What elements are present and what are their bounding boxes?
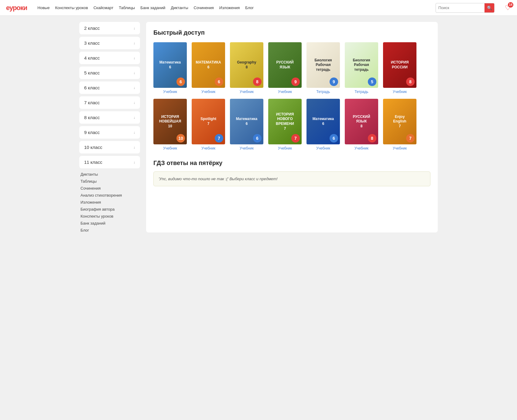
grade-label: 8 класс bbox=[84, 115, 100, 120]
sidebar-link-блог[interactable]: Блог bbox=[80, 228, 140, 232]
sidebar-grade-9-класс[interactable]: 9 класс↓ bbox=[79, 126, 140, 139]
gdz-message: 'Упс, видимо что-то пошло не так :(' Выб… bbox=[153, 171, 430, 186]
book-type-label-10: Учебник bbox=[278, 146, 292, 150]
nav-item-блог[interactable]: Блог bbox=[245, 5, 254, 10]
chevron-down-icon: ↓ bbox=[133, 41, 135, 45]
sidebar-grade-7-класс[interactable]: 7 класс↓ bbox=[79, 96, 140, 109]
book-item-5[interactable]: БиологияРабочаятетрадь5Тетрадь bbox=[345, 42, 378, 94]
chevron-down-icon: ↓ bbox=[133, 115, 135, 120]
book-number-badge-6: 8 bbox=[406, 77, 415, 86]
sidebar-link-биография-автора[interactable]: Биография автора bbox=[80, 207, 140, 212]
sidebar-grade-8-класс[interactable]: 8 класс↓ bbox=[79, 111, 140, 124]
nav-item-диктанты[interactable]: Диктанты bbox=[171, 5, 188, 10]
book-number-badge-7: 10 bbox=[176, 134, 185, 143]
book-type-label-13: Учебник bbox=[393, 146, 407, 150]
book-type-label-0: Учебник bbox=[163, 90, 177, 94]
book-cover-13: EnjoyEnglish77 bbox=[383, 99, 416, 144]
search-input[interactable] bbox=[436, 5, 484, 10]
book-item-10[interactable]: ИСТОРИЯНОВОГОВРЕМЕНИ77Учебник bbox=[268, 99, 302, 150]
page-layout: 2 класс↓3 класс↓4 класс↓5 класс↓6 класс↓… bbox=[76, 16, 441, 239]
book-cover-text-1: МАТЕМАТИКА6 bbox=[193, 58, 223, 72]
book-item-7[interactable]: ИСТОРИЯНОВЕЙШАЯ1010Учебник bbox=[153, 99, 187, 150]
book-item-1[interactable]: МАТЕМАТИКА66Учебник bbox=[192, 42, 225, 94]
sidebar-link-сочинения[interactable]: Сочинения bbox=[80, 186, 140, 191]
book-type-label-4: Тетрадь bbox=[316, 90, 330, 94]
header: еуроки НовыеКонспекты уроковСкайсмартТаб… bbox=[0, 0, 517, 16]
nav-item-изложения[interactable]: Изложения bbox=[219, 5, 240, 10]
sidebar-link-диктанты[interactable]: Диктанты bbox=[80, 172, 140, 177]
book-item-2[interactable]: Geography88Учебник bbox=[230, 42, 263, 94]
sidebar-link-таблицы[interactable]: Таблицы bbox=[80, 179, 140, 184]
grade-label: 9 класс bbox=[84, 130, 100, 135]
nav-item-скайсмарт[interactable]: Скайсмарт bbox=[94, 5, 113, 10]
books-grid: Математика66УчебникМАТЕМАТИКА66УчебникGe… bbox=[153, 42, 430, 150]
book-cover-1: МАТЕМАТИКА66 bbox=[192, 42, 225, 88]
book-number-badge-9: 6 bbox=[253, 134, 262, 143]
nav-item-таблицы[interactable]: Таблицы bbox=[119, 5, 135, 10]
grade-label: 6 класс bbox=[84, 85, 100, 90]
book-cover-text-10: ИСТОРИЯНОВОГОВРЕМЕНИ7 bbox=[273, 110, 296, 133]
sidebar-grade-3-класс[interactable]: 3 класс↓ bbox=[79, 37, 140, 49]
book-cover-9: Математика66 bbox=[230, 99, 263, 144]
sidebar-grade-5-класс[interactable]: 5 класс↓ bbox=[79, 67, 140, 79]
book-cover-text-9: Математика6 bbox=[234, 114, 260, 129]
nav-item-конспекты-уроков[interactable]: Конспекты уроков bbox=[55, 5, 88, 10]
sidebar-grade-11-класс[interactable]: 11 класс↓ bbox=[79, 156, 140, 168]
book-type-label-1: Учебник bbox=[201, 90, 215, 94]
book-number-badge-5: 5 bbox=[368, 77, 376, 86]
search-box: 🔍 bbox=[436, 3, 495, 13]
book-number-badge-0: 6 bbox=[176, 77, 185, 86]
book-type-label-9: Учебник bbox=[240, 146, 254, 150]
nav-item-сочинения[interactable]: Сочинения bbox=[194, 5, 214, 10]
book-item-8[interactable]: Spotlight77Учебник bbox=[192, 99, 225, 150]
book-cover-text-6: ИСТОРИЯРОССИИ bbox=[389, 58, 411, 72]
book-cover-text-8: Spotlight7 bbox=[198, 114, 219, 129]
book-item-12[interactable]: РУССКИЙЯЗЫК88Учебник bbox=[345, 99, 378, 150]
book-cover-text-5: БиологияРабочаятетрадь bbox=[350, 56, 372, 75]
book-item-0[interactable]: Математика66Учебник bbox=[153, 42, 187, 94]
grade-label: 5 класс bbox=[84, 70, 100, 75]
book-item-4[interactable]: БиологияРабочаятетрадь9Тетрадь bbox=[306, 42, 340, 94]
book-type-label-2: Учебник bbox=[240, 90, 254, 94]
book-type-label-8: Учебник bbox=[201, 146, 215, 150]
book-item-3[interactable]: РУССКИЙЯЗЫК9Учебник bbox=[268, 42, 302, 94]
search-button[interactable]: 🔍 bbox=[484, 3, 494, 13]
book-type-label-6: Учебник bbox=[393, 90, 407, 94]
book-number-badge-12: 8 bbox=[368, 134, 376, 143]
book-number-badge-1: 6 bbox=[215, 77, 223, 86]
chevron-down-icon: ↓ bbox=[133, 86, 135, 90]
favorites-button[interactable]: ♡ 14 bbox=[505, 4, 511, 12]
book-type-label-7: Учебник bbox=[163, 146, 177, 150]
sidebar-link-анализ-стихотворения[interactable]: Анализ стихотворения bbox=[80, 193, 140, 198]
grade-label: 3 класс bbox=[84, 40, 100, 46]
book-item-11[interactable]: Математика66Учебник bbox=[306, 99, 340, 150]
book-item-13[interactable]: EnjoyEnglish77Учебник bbox=[383, 99, 416, 150]
sidebar-grade-2-класс[interactable]: 2 класс↓ bbox=[79, 22, 140, 34]
sidebar-grade-6-класс[interactable]: 6 класс↓ bbox=[79, 81, 140, 94]
nav-item-банк-заданий[interactable]: Банк заданий bbox=[140, 5, 165, 10]
favorites-count: 14 bbox=[508, 2, 513, 8]
book-cover-text-13: EnjoyEnglish7 bbox=[391, 112, 409, 131]
grade-label: 4 класс bbox=[84, 55, 100, 60]
book-item-6[interactable]: ИСТОРИЯРОССИИ8Учебник bbox=[383, 42, 416, 94]
main-content: Быстрый доступ Математика66УчебникМАТЕМА… bbox=[146, 22, 438, 232]
book-item-9[interactable]: Математика66Учебник bbox=[230, 99, 263, 150]
nav-menu: НовыеКонспекты уроковСкайсмартТаблицыБан… bbox=[37, 5, 428, 10]
grade-label: 11 класс bbox=[84, 160, 102, 165]
sidebar-grade-4-класс[interactable]: 4 класс↓ bbox=[79, 52, 140, 64]
book-type-label-5: Тетрадь bbox=[354, 90, 368, 94]
sidebar-link-изложения[interactable]: Изложения bbox=[80, 200, 140, 205]
sidebar-link-банк-заданий[interactable]: Банк заданий bbox=[80, 221, 140, 225]
book-cover-10: ИСТОРИЯНОВОГОВРЕМЕНИ77 bbox=[268, 99, 302, 144]
book-number-badge-8: 7 bbox=[215, 134, 223, 143]
sidebar-grade-10-класс[interactable]: 10 класс↓ bbox=[79, 141, 140, 153]
book-cover-11: Математика66 bbox=[306, 99, 340, 144]
nav-item-новые[interactable]: Новые bbox=[37, 5, 50, 10]
book-number-badge-13: 7 bbox=[406, 134, 415, 143]
sidebar-link-конспекты-уроков[interactable]: Конспекты уроков bbox=[80, 214, 140, 219]
logo[interactable]: еуроки bbox=[6, 4, 27, 12]
chevron-down-icon: ↓ bbox=[133, 130, 135, 135]
grade-label: 2 класс bbox=[84, 26, 100, 31]
book-cover-7: ИСТОРИЯНОВЕЙШАЯ1010 bbox=[153, 99, 187, 144]
grades-list: 2 класс↓3 класс↓4 класс↓5 класс↓6 класс↓… bbox=[79, 22, 140, 168]
